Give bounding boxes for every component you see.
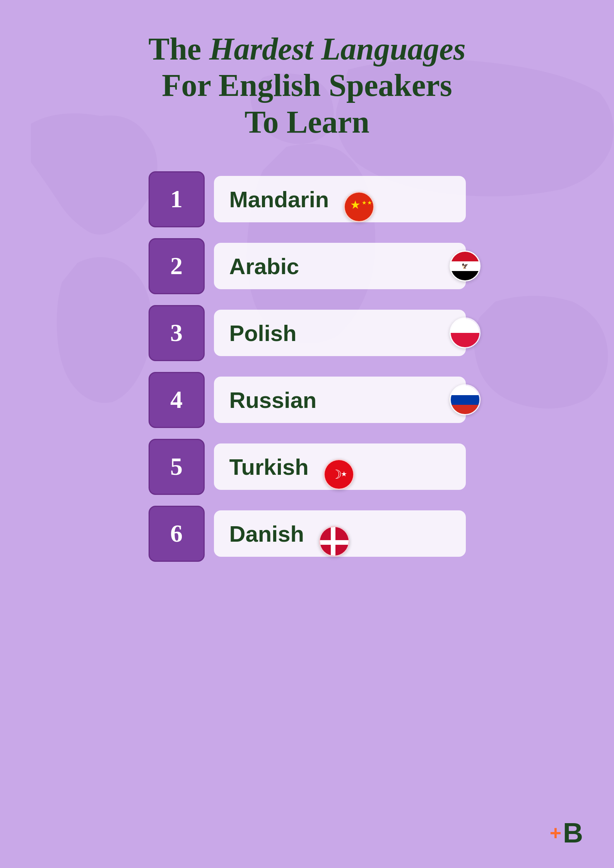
title-line3: To Learn: [245, 104, 369, 140]
list-item: 5 Turkish: [149, 439, 466, 495]
list-item: 4 Russian: [149, 372, 466, 428]
language-name-arabic: Arabic: [229, 253, 299, 279]
list-item: 6 Danish: [149, 506, 466, 562]
page-title: The Hardest Languages For English Speake…: [148, 31, 465, 140]
language-name-mandarin: Mandarin: [229, 186, 329, 212]
flag-china: [344, 191, 375, 222]
rank-box-4: 4: [149, 372, 205, 428]
rank-number-2: 2: [170, 252, 183, 280]
list-item: 2 Arabic 🦅: [149, 238, 466, 294]
language-name-polish: Polish: [229, 320, 297, 346]
language-list: 1 Mandarin 2 Arabic 🦅: [149, 171, 466, 562]
language-name-russian: Russian: [229, 387, 317, 413]
rank-number-6: 6: [170, 519, 183, 548]
rank-box-1: 1: [149, 171, 205, 227]
language-box-russian: Russian: [214, 377, 466, 423]
language-name-danish: Danish: [229, 521, 304, 547]
rank-number-1: 1: [170, 185, 183, 213]
list-item: 1 Mandarin: [149, 171, 466, 227]
brand-plus-sign: +: [550, 823, 561, 843]
main-content: The Hardest Languages For English Speake…: [0, 0, 614, 585]
language-box-arabic: Arabic 🦅: [214, 243, 466, 289]
rank-box-5: 5: [149, 439, 205, 495]
title-italic-text: Hardest Languages: [209, 31, 466, 67]
language-name-turkish: Turkish: [229, 454, 309, 480]
branding: + B: [550, 819, 583, 847]
title-normal-text: The: [148, 31, 209, 67]
flag-denmark: [319, 526, 350, 557]
rank-number-3: 3: [170, 319, 183, 347]
language-box-mandarin: Mandarin: [214, 176, 466, 222]
brand-letter-b: B: [563, 819, 583, 847]
language-box-polish: Polish: [214, 310, 466, 356]
flag-turkey: [323, 459, 354, 490]
flag-poland: [450, 317, 481, 348]
flag-russia: [450, 384, 481, 415]
language-box-turkish: Turkish: [214, 443, 466, 490]
rank-box-6: 6: [149, 506, 205, 562]
title-line2: For English Speakers: [162, 68, 452, 103]
list-item: 3 Polish: [149, 305, 466, 361]
rank-box-3: 3: [149, 305, 205, 361]
rank-number-4: 4: [170, 385, 183, 414]
flag-egypt: 🦅: [450, 251, 481, 281]
language-box-danish: Danish: [214, 510, 466, 557]
rank-box-2: 2: [149, 238, 205, 294]
rank-number-5: 5: [170, 452, 183, 481]
